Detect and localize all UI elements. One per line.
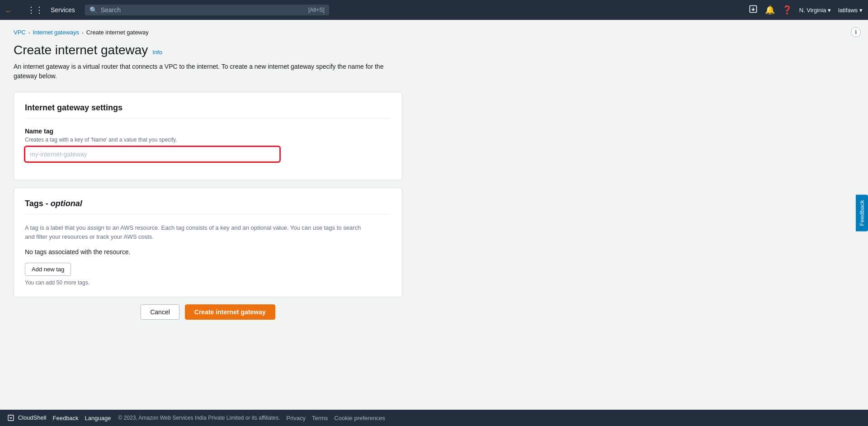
grid-icon[interactable]: ⋮⋮ <box>27 5 43 15</box>
page-wrapper: VPC › Internet gateways › Create interne… <box>0 20 868 410</box>
name-tag-hint: Creates a tag with a key of 'Name' and a… <box>25 137 391 143</box>
search-shortcut: [Alt+S] <box>308 7 325 13</box>
add-new-tag-button[interactable]: Add new tag <box>25 263 71 276</box>
info-circle-icon[interactable]: ℹ <box>851 27 861 37</box>
name-tag-field: Name tag Creates a tag with a key of 'Na… <box>25 128 391 162</box>
page-title-row: Create internet gateway Info <box>14 43 854 57</box>
create-internet-gateway-button[interactable]: Create internet gateway <box>185 304 275 320</box>
region-selector[interactable]: N. Virginia ▾ <box>799 7 831 14</box>
aws-logo[interactable] <box>5 5 22 15</box>
settings-card-title: Internet gateway settings <box>25 103 391 118</box>
no-tags-text: No tags associated with the resource. <box>25 248 391 256</box>
search-bar: 🔍 [Alt+S] <box>85 5 329 15</box>
nav-right-section: 🔔 ❓ N. Virginia ▾ latifaws ▾ <box>749 5 863 16</box>
breadcrumb-sep-2: › <box>82 30 84 35</box>
search-input[interactable] <box>101 6 305 14</box>
tags-card-title: Tags - optional <box>25 199 391 214</box>
breadcrumb-vpc[interactable]: VPC <box>14 29 26 36</box>
feedback-tab[interactable]: Feedback <box>856 194 868 231</box>
tags-description: A tag is a label that you assign to an A… <box>25 223 368 241</box>
tags-limit-text: You can add 50 more tags. <box>25 279 391 286</box>
tags-title-prefix: Tags - <box>25 199 51 208</box>
breadcrumb: VPC › Internet gateways › Create interne… <box>14 29 854 36</box>
cancel-button[interactable]: Cancel <box>141 304 179 320</box>
actions-row: Cancel Create internet gateway <box>14 304 402 320</box>
name-tag-label: Name tag <box>25 128 391 135</box>
help-icon[interactable]: ❓ <box>782 5 792 15</box>
notifications-icon[interactable]: 🔔 <box>765 5 775 15</box>
tags-card: Tags - optional A tag is a label that yo… <box>14 188 402 297</box>
user-menu[interactable]: latifaws ▾ <box>838 7 863 14</box>
top-navigation: ⋮⋮ Services 🔍 [Alt+S] 🔔 ❓ N. Virginia ▾ … <box>0 0 868 20</box>
cloudshell-icon[interactable] <box>749 5 758 16</box>
breadcrumb-sep-1: › <box>28 30 30 35</box>
name-tag-input[interactable] <box>25 147 280 162</box>
info-link[interactable]: Info <box>152 49 162 56</box>
search-icon: 🔍 <box>90 6 97 14</box>
tags-title-italic: optional <box>51 199 82 208</box>
settings-card: Internet gateway settings Name tag Creat… <box>14 92 402 180</box>
page-title: Create internet gateway <box>14 43 148 57</box>
breadcrumb-internet-gateways[interactable]: Internet gateways <box>33 29 79 36</box>
services-menu[interactable]: Services <box>48 5 78 15</box>
page-description: An internet gateway is a virtual router … <box>14 62 402 81</box>
breadcrumb-current: Create internet gateway <box>86 29 149 36</box>
